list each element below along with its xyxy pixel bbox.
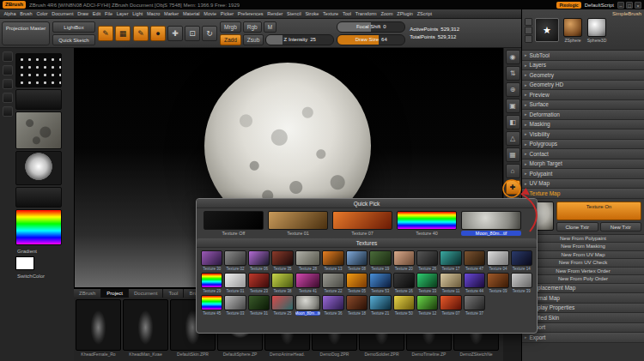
section-deformation[interactable]: ▸Deformation: [522, 110, 644, 120]
projection-master-button[interactable]: Projection Master: [2, 21, 50, 45]
section-layers[interactable]: ▸Layers: [522, 61, 644, 71]
section-uv-map[interactable]: ▸UV Map: [522, 179, 644, 190]
menu-zscript[interactable]: ZScript: [415, 9, 434, 19]
section-geometry-hd[interactable]: ▸Geometry HD: [522, 81, 644, 91]
window-control-minimize[interactable]: –: [617, 2, 624, 9]
texture-item-texture-21[interactable]: Texture 21: [369, 295, 391, 316]
texture-slot-icon[interactable]: [3, 93, 13, 103]
texture-item-texture-off[interactable]: Texture Off: [204, 211, 264, 236]
menu-picker[interactable]: Picker: [218, 9, 235, 19]
tray-item-kheadman-kvae[interactable]: KheadMan_Kvae: [123, 299, 168, 357]
lightbox-button[interactable]: LightBox: [52, 21, 95, 33]
texture-item-texture-47[interactable]: Texture 47: [464, 250, 485, 271]
texture-item-texture-18[interactable]: Texture 18: [346, 295, 368, 316]
rotate-mode-button[interactable]: ↻: [202, 26, 217, 41]
menu-transform[interactable]: Transform: [353, 9, 379, 19]
section-contact[interactable]: ▸Contact: [522, 149, 644, 159]
stroke-preview-thumb[interactable]: [15, 89, 62, 110]
section-surface[interactable]: ▸Surface: [522, 100, 644, 111]
gradient-label[interactable]: Gradient: [17, 249, 37, 254]
texture-item-texture-40[interactable]: Texture 40: [397, 211, 457, 236]
section-import[interactable]: ▸Import: [522, 323, 644, 334]
current-tool-thumb[interactable]: ★: [535, 18, 559, 42]
texture-item-texture-19[interactable]: Texture 19: [369, 250, 391, 271]
menu-render[interactable]: Render: [265, 9, 285, 19]
texture-item-texture-14[interactable]: Texture 14: [511, 250, 532, 271]
focal-shift-slider[interactable]: Focal Shift 0: [337, 21, 405, 33]
menu-layer[interactable]: Layer: [114, 9, 131, 19]
zadd-button[interactable]: Zadd: [220, 34, 241, 45]
texture-item-texture-12[interactable]: Texture 12: [416, 295, 438, 316]
menu-movie[interactable]: Movie: [202, 9, 218, 19]
menu-draw[interactable]: Draw: [76, 9, 91, 19]
section-polygroups[interactable]: ▸Polygroups: [522, 140, 644, 150]
texture-item-texture-11[interactable]: Texture 11: [440, 273, 461, 293]
texture-item-texture-33[interactable]: Texture 33: [416, 273, 438, 293]
menu-macro[interactable]: Macro: [145, 9, 162, 19]
menu-color[interactable]: Color: [34, 9, 50, 19]
quick-sketch-button[interactable]: Quick Sketch: [52, 34, 95, 45]
section-export[interactable]: ▸Export: [522, 333, 644, 343]
tray-tab-project[interactable]: Project: [101, 289, 129, 298]
menu-marker[interactable]: Marker: [162, 9, 181, 19]
zsub-button[interactable]: Zsub: [243, 34, 264, 45]
section-preview[interactable]: ▸Preview: [522, 90, 644, 100]
texture-item-texture-30[interactable]: Texture 30: [201, 250, 222, 271]
texture-item-texture-13[interactable]: Texture 13: [322, 250, 343, 271]
texture-item-texture-31[interactable]: Texture 31: [248, 295, 270, 316]
alpha-slot-icon[interactable]: [3, 79, 13, 89]
floor-shelf-button[interactable]: ▦: [506, 147, 520, 162]
texture-item-texture-17[interactable]: Texture 17: [440, 250, 461, 271]
scroll-shelf-button[interactable]: ⇅: [506, 66, 520, 81]
menu-material[interactable]: Material: [181, 9, 202, 19]
button-new-from-uv-check[interactable]: New From UV Check: [522, 259, 644, 268]
brush-slot-icon[interactable]: [3, 51, 13, 62]
texture-item-texture-36[interactable]: Texture 36: [322, 295, 343, 316]
tray-tab-document[interactable]: Document: [129, 289, 163, 298]
texture-item-texture-44[interactable]: Texture 44: [464, 273, 485, 293]
texture-item-texture-45[interactable]: Texture 45: [201, 295, 222, 316]
section-morph-target[interactable]: ▸Morph Target: [522, 159, 644, 170]
tool-mini-icon[interactable]: [525, 35, 532, 43]
tool-mini-icon[interactable]: [525, 18, 532, 26]
menu-zplugin[interactable]: ZPlugin: [395, 9, 415, 19]
switch-color-label[interactable]: SwitchColor: [17, 274, 45, 279]
texture-item-texture-08[interactable]: Texture 08: [346, 250, 368, 271]
texture-item-texture-28[interactable]: Texture 28: [295, 250, 321, 271]
section-unified-skin[interactable]: ▸Unified Skin: [522, 313, 644, 323]
texture-item-texture-09[interactable]: Texture 09: [487, 273, 508, 293]
alpha-preview-thumb[interactable]: [15, 53, 62, 87]
section-subtool[interactable]: ▸SubTool: [522, 51, 644, 61]
button-new-from-uv-map[interactable]: New From UV Map: [522, 251, 644, 260]
texture-item-texture-29[interactable]: Texture 29: [201, 273, 222, 293]
texture-item-texture-20[interactable]: Texture 20: [393, 250, 415, 271]
window-control-close[interactable]: ×: [635, 2, 641, 9]
menu-brush[interactable]: Brush: [18, 9, 34, 19]
texture-item-moon-80m-tif[interactable]: Moon_80m...tif: [461, 211, 521, 236]
texture-on-button[interactable]: Texture On: [556, 202, 641, 220]
texture-item-texture-22[interactable]: Texture 22: [322, 273, 343, 293]
texture-item-texture-03[interactable]: Texture 03: [224, 295, 246, 316]
texture-item-texture-01[interactable]: Texture 01: [268, 211, 328, 236]
clone-texture-button[interactable]: Clone Txtr: [556, 222, 598, 232]
texture-item-texture-39[interactable]: Texture 39: [511, 273, 532, 293]
texture-item-texture-26[interactable]: Texture 26: [416, 250, 438, 271]
menu-document[interactable]: Document: [50, 9, 76, 19]
texture-item-texture-23[interactable]: Texture 23: [248, 273, 270, 293]
stroke-slot-icon[interactable]: [3, 65, 13, 75]
sketch-canvas-icon[interactable]: ▦: [115, 26, 131, 41]
section-visibility[interactable]: ▸Visibility: [522, 129, 644, 140]
tool-mini-icon[interactable]: [525, 27, 532, 34]
textures-header[interactable]: Textures: [197, 238, 537, 248]
texture-item-moon-80m-tif[interactable]: Moon_80m...tif: [295, 295, 321, 316]
mrgb-button[interactable]: Mrgb: [220, 21, 241, 33]
section-polypaint[interactable]: ▸Polypaint: [522, 169, 644, 179]
menu-edit[interactable]: Edit: [90, 9, 102, 19]
button-new-from-masking[interactable]: New From Masking: [522, 243, 644, 251]
tray-item-kheadfemale-ro[interactable]: KheadFemale_Ro: [76, 299, 121, 357]
texture-item-texture-04[interactable]: Texture 04: [487, 250, 508, 271]
menu-light[interactable]: Light: [131, 9, 145, 19]
section-normal-map[interactable]: ▸Normal Map: [522, 293, 644, 304]
sketch-pencil-icon[interactable]: ✎: [98, 26, 113, 41]
texture-item-texture-02[interactable]: Texture 02: [224, 250, 246, 271]
